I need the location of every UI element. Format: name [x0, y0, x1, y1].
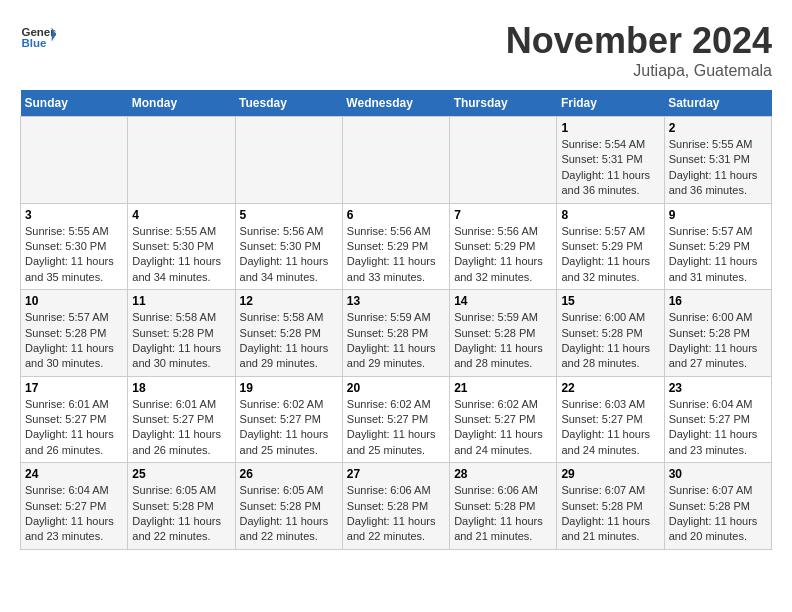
svg-text:General: General — [21, 26, 56, 38]
weekday-header-row: SundayMondayTuesdayWednesdayThursdayFrid… — [21, 90, 772, 117]
day-info: Sunrise: 6:02 AM Sunset: 5:27 PM Dayligh… — [347, 397, 445, 459]
day-info: Sunrise: 6:01 AM Sunset: 5:27 PM Dayligh… — [132, 397, 230, 459]
calendar-cell: 11Sunrise: 5:58 AM Sunset: 5:28 PM Dayli… — [128, 290, 235, 377]
location: Jutiapa, Guatemala — [506, 62, 772, 80]
week-row-5: 24Sunrise: 6:04 AM Sunset: 5:27 PM Dayli… — [21, 463, 772, 550]
calendar-cell: 21Sunrise: 6:02 AM Sunset: 5:27 PM Dayli… — [450, 376, 557, 463]
calendar-cell: 7Sunrise: 5:56 AM Sunset: 5:29 PM Daylig… — [450, 203, 557, 290]
day-number: 25 — [132, 467, 230, 481]
calendar-cell: 12Sunrise: 5:58 AM Sunset: 5:28 PM Dayli… — [235, 290, 342, 377]
calendar-cell: 28Sunrise: 6:06 AM Sunset: 5:28 PM Dayli… — [450, 463, 557, 550]
day-info: Sunrise: 5:54 AM Sunset: 5:31 PM Dayligh… — [561, 137, 659, 199]
day-info: Sunrise: 5:57 AM Sunset: 5:29 PM Dayligh… — [561, 224, 659, 286]
day-info: Sunrise: 5:55 AM Sunset: 5:30 PM Dayligh… — [25, 224, 123, 286]
day-info: Sunrise: 5:56 AM Sunset: 5:30 PM Dayligh… — [240, 224, 338, 286]
day-number: 5 — [240, 208, 338, 222]
day-number: 24 — [25, 467, 123, 481]
day-number: 9 — [669, 208, 767, 222]
calendar-cell: 23Sunrise: 6:04 AM Sunset: 5:27 PM Dayli… — [664, 376, 771, 463]
day-number: 16 — [669, 294, 767, 308]
day-info: Sunrise: 5:59 AM Sunset: 5:28 PM Dayligh… — [347, 310, 445, 372]
calendar-cell: 5Sunrise: 5:56 AM Sunset: 5:30 PM Daylig… — [235, 203, 342, 290]
calendar-cell: 13Sunrise: 5:59 AM Sunset: 5:28 PM Dayli… — [342, 290, 449, 377]
day-number: 7 — [454, 208, 552, 222]
day-info: Sunrise: 6:00 AM Sunset: 5:28 PM Dayligh… — [561, 310, 659, 372]
calendar-cell: 29Sunrise: 6:07 AM Sunset: 5:28 PM Dayli… — [557, 463, 664, 550]
day-info: Sunrise: 5:58 AM Sunset: 5:28 PM Dayligh… — [240, 310, 338, 372]
calendar-table: SundayMondayTuesdayWednesdayThursdayFrid… — [20, 90, 772, 550]
day-info: Sunrise: 6:00 AM Sunset: 5:28 PM Dayligh… — [669, 310, 767, 372]
calendar-cell — [128, 117, 235, 204]
day-number: 6 — [347, 208, 445, 222]
calendar-cell: 2Sunrise: 5:55 AM Sunset: 5:31 PM Daylig… — [664, 117, 771, 204]
week-row-3: 10Sunrise: 5:57 AM Sunset: 5:28 PM Dayli… — [21, 290, 772, 377]
weekday-header-saturday: Saturday — [664, 90, 771, 117]
calendar-cell: 25Sunrise: 6:05 AM Sunset: 5:28 PM Dayli… — [128, 463, 235, 550]
day-number: 27 — [347, 467, 445, 481]
day-number: 3 — [25, 208, 123, 222]
day-number: 28 — [454, 467, 552, 481]
day-number: 11 — [132, 294, 230, 308]
calendar-cell: 8Sunrise: 5:57 AM Sunset: 5:29 PM Daylig… — [557, 203, 664, 290]
calendar-cell: 14Sunrise: 5:59 AM Sunset: 5:28 PM Dayli… — [450, 290, 557, 377]
day-info: Sunrise: 5:58 AM Sunset: 5:28 PM Dayligh… — [132, 310, 230, 372]
day-info: Sunrise: 5:56 AM Sunset: 5:29 PM Dayligh… — [347, 224, 445, 286]
weekday-header-wednesday: Wednesday — [342, 90, 449, 117]
calendar-cell: 3Sunrise: 5:55 AM Sunset: 5:30 PM Daylig… — [21, 203, 128, 290]
day-number: 19 — [240, 381, 338, 395]
day-info: Sunrise: 6:01 AM Sunset: 5:27 PM Dayligh… — [25, 397, 123, 459]
day-info: Sunrise: 6:06 AM Sunset: 5:28 PM Dayligh… — [347, 483, 445, 545]
day-info: Sunrise: 6:03 AM Sunset: 5:27 PM Dayligh… — [561, 397, 659, 459]
calendar-cell: 6Sunrise: 5:56 AM Sunset: 5:29 PM Daylig… — [342, 203, 449, 290]
calendar-cell: 9Sunrise: 5:57 AM Sunset: 5:29 PM Daylig… — [664, 203, 771, 290]
day-number: 13 — [347, 294, 445, 308]
calendar-cell: 10Sunrise: 5:57 AM Sunset: 5:28 PM Dayli… — [21, 290, 128, 377]
calendar-cell: 16Sunrise: 6:00 AM Sunset: 5:28 PM Dayli… — [664, 290, 771, 377]
calendar-cell: 18Sunrise: 6:01 AM Sunset: 5:27 PM Dayli… — [128, 376, 235, 463]
calendar-cell: 20Sunrise: 6:02 AM Sunset: 5:27 PM Dayli… — [342, 376, 449, 463]
calendar-cell: 1Sunrise: 5:54 AM Sunset: 5:31 PM Daylig… — [557, 117, 664, 204]
week-row-2: 3Sunrise: 5:55 AM Sunset: 5:30 PM Daylig… — [21, 203, 772, 290]
day-number: 22 — [561, 381, 659, 395]
logo: General Blue — [20, 20, 56, 56]
day-number: 12 — [240, 294, 338, 308]
calendar-cell: 22Sunrise: 6:03 AM Sunset: 5:27 PM Dayli… — [557, 376, 664, 463]
week-row-4: 17Sunrise: 6:01 AM Sunset: 5:27 PM Dayli… — [21, 376, 772, 463]
day-number: 29 — [561, 467, 659, 481]
day-info: Sunrise: 6:04 AM Sunset: 5:27 PM Dayligh… — [669, 397, 767, 459]
day-info: Sunrise: 6:07 AM Sunset: 5:28 PM Dayligh… — [561, 483, 659, 545]
day-info: Sunrise: 5:57 AM Sunset: 5:29 PM Dayligh… — [669, 224, 767, 286]
day-number: 8 — [561, 208, 659, 222]
calendar-cell: 17Sunrise: 6:01 AM Sunset: 5:27 PM Dayli… — [21, 376, 128, 463]
day-number: 26 — [240, 467, 338, 481]
month-title: November 2024 — [506, 20, 772, 62]
day-number: 18 — [132, 381, 230, 395]
svg-text:Blue: Blue — [21, 37, 47, 49]
logo-icon: General Blue — [20, 20, 56, 56]
weekday-header-monday: Monday — [128, 90, 235, 117]
calendar-cell: 19Sunrise: 6:02 AM Sunset: 5:27 PM Dayli… — [235, 376, 342, 463]
day-number: 2 — [669, 121, 767, 135]
day-info: Sunrise: 6:07 AM Sunset: 5:28 PM Dayligh… — [669, 483, 767, 545]
day-info: Sunrise: 5:56 AM Sunset: 5:29 PM Dayligh… — [454, 224, 552, 286]
calendar-cell — [342, 117, 449, 204]
calendar-cell: 24Sunrise: 6:04 AM Sunset: 5:27 PM Dayli… — [21, 463, 128, 550]
day-number: 17 — [25, 381, 123, 395]
day-number: 30 — [669, 467, 767, 481]
day-info: Sunrise: 6:02 AM Sunset: 5:27 PM Dayligh… — [240, 397, 338, 459]
day-number: 23 — [669, 381, 767, 395]
weekday-header-sunday: Sunday — [21, 90, 128, 117]
calendar-cell — [21, 117, 128, 204]
weekday-header-tuesday: Tuesday — [235, 90, 342, 117]
calendar-body: 1Sunrise: 5:54 AM Sunset: 5:31 PM Daylig… — [21, 117, 772, 550]
weekday-header-thursday: Thursday — [450, 90, 557, 117]
day-number: 20 — [347, 381, 445, 395]
day-info: Sunrise: 5:57 AM Sunset: 5:28 PM Dayligh… — [25, 310, 123, 372]
weekday-header-friday: Friday — [557, 90, 664, 117]
day-number: 14 — [454, 294, 552, 308]
calendar-cell — [450, 117, 557, 204]
day-info: Sunrise: 6:05 AM Sunset: 5:28 PM Dayligh… — [132, 483, 230, 545]
day-info: Sunrise: 6:02 AM Sunset: 5:27 PM Dayligh… — [454, 397, 552, 459]
day-info: Sunrise: 6:06 AM Sunset: 5:28 PM Dayligh… — [454, 483, 552, 545]
day-info: Sunrise: 5:55 AM Sunset: 5:31 PM Dayligh… — [669, 137, 767, 199]
